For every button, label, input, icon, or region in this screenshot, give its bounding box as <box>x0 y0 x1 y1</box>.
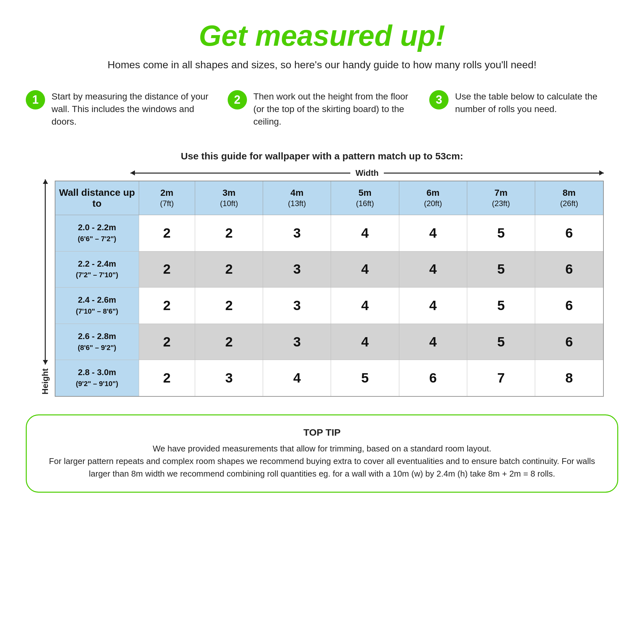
page-subtitle: Homes come in all shapes and sizes, so h… <box>26 59 618 71</box>
cell-4-0: 2 <box>139 360 195 396</box>
step-3: 3 Use the table below to calculate the n… <box>429 90 618 128</box>
tip-line2: For larger pattern repeats and complex r… <box>46 455 598 480</box>
row-label-1: 2.2 - 2.4m(7'2" – 7'10") <box>55 251 139 288</box>
table-col-header-0: 2m (7ft) <box>139 181 195 215</box>
cell-3-0: 2 <box>139 324 195 360</box>
cell-1-0: 2 <box>139 251 195 288</box>
cell-2-0: 2 <box>139 288 195 324</box>
step-1-text: Start by measuring the distance of your … <box>52 90 215 128</box>
steps-container: 1 Start by measuring the distance of you… <box>26 90 618 128</box>
row-label-4: 2.8 - 3.0m(9'2" – 9'10") <box>55 360 139 396</box>
cell-3-5: 5 <box>467 324 535 360</box>
cell-2-6: 6 <box>535 288 603 324</box>
width-arrow: Width <box>130 168 604 178</box>
cell-1-2: 3 <box>263 251 331 288</box>
cell-3-6: 6 <box>535 324 603 360</box>
table-col-header-2: 4m (13ft) <box>263 181 331 215</box>
guide-label: Use this guide for wallpaper with a patt… <box>26 151 618 162</box>
table-col-header-1: 3m (10ft) <box>195 181 263 215</box>
table-col-header-6: 8m (26ft) <box>535 181 603 215</box>
cell-4-1: 3 <box>195 360 263 396</box>
tip-box: TOP TIP We have provided measurements th… <box>26 414 618 493</box>
table-col-header-3: 5m (16ft) <box>331 181 399 215</box>
cell-1-1: 2 <box>195 251 263 288</box>
table-col-header-5: 7m (23ft) <box>467 181 535 215</box>
cell-2-3: 4 <box>331 288 399 324</box>
page-title: Get measured up! <box>26 19 618 52</box>
cell-3-1: 2 <box>195 324 263 360</box>
outer-table-container: Height Wall distance up to 2m (7ft) 3m (… <box>40 179 604 398</box>
cell-4-5: 7 <box>467 360 535 396</box>
cell-1-3: 4 <box>331 251 399 288</box>
table-row-1: 2.2 - 2.4m(7'2" – 7'10")2234456 <box>55 251 603 288</box>
table-header-row-label: Wall distance up to <box>55 181 139 215</box>
table-col-header-4: 6m (20ft) <box>399 181 467 215</box>
cell-4-2: 4 <box>263 360 331 396</box>
cell-1-6: 6 <box>535 251 603 288</box>
cell-0-4: 4 <box>399 215 467 251</box>
cell-3-2: 3 <box>263 324 331 360</box>
table-row-3: 2.6 - 2.8m(8'6" – 9'2")2234456 <box>55 324 603 360</box>
width-arrow-line-left <box>130 173 350 174</box>
rolls-table: Wall distance up to 2m (7ft) 3m (10ft) 4… <box>55 181 604 397</box>
cell-4-6: 8 <box>535 360 603 396</box>
cell-0-5: 5 <box>467 215 535 251</box>
width-label: Width <box>350 168 384 178</box>
step-2-number: 2 <box>228 90 247 109</box>
row-label-3: 2.6 - 2.8m(8'6" – 9'2") <box>55 324 139 360</box>
row-label-0: 2.0 - 2.2m(6'6" – 7'2") <box>55 215 139 251</box>
table-wrapper: Width Height Wall distance up to 2m (7ft… <box>40 168 604 398</box>
cell-4-4: 6 <box>399 360 467 396</box>
cell-0-6: 6 <box>535 215 603 251</box>
height-label: Height <box>40 365 50 398</box>
step-1-number: 1 <box>26 90 45 109</box>
cell-2-2: 3 <box>263 288 331 324</box>
cell-2-4: 4 <box>399 288 467 324</box>
cell-2-1: 2 <box>195 288 263 324</box>
table-row-0: 2.0 - 2.2m(6'6" – 7'2")2234456 <box>55 215 603 251</box>
cell-1-5: 5 <box>467 251 535 288</box>
row-label-2: 2.4 - 2.6m(7'10" – 8'6") <box>55 288 139 324</box>
table-row-4: 2.8 - 3.0m(9'2" – 9'10")2345678 <box>55 360 603 396</box>
step-3-number: 3 <box>429 90 449 109</box>
step-3-text: Use the table below to calculate the num… <box>455 90 618 115</box>
cell-1-4: 4 <box>399 251 467 288</box>
cell-4-3: 5 <box>331 360 399 396</box>
height-arrow-line <box>45 179 46 365</box>
step-1: 1 Start by measuring the distance of you… <box>26 90 215 128</box>
height-arrow-container: Height <box>40 179 50 398</box>
tip-title: TOP TIP <box>46 427 598 438</box>
step-2-text: Then work out the height from the floor … <box>253 90 417 128</box>
cell-0-2: 3 <box>263 215 331 251</box>
table-row-2: 2.4 - 2.6m(7'10" – 8'6")2234456 <box>55 288 603 324</box>
step-2: 2 Then work out the height from the floo… <box>228 90 417 128</box>
cell-3-4: 4 <box>399 324 467 360</box>
cell-2-5: 5 <box>467 288 535 324</box>
cell-0-3: 4 <box>331 215 399 251</box>
cell-0-0: 2 <box>139 215 195 251</box>
width-arrow-row: Width <box>130 168 604 178</box>
table-header-row: Wall distance up to 2m (7ft) 3m (10ft) 4… <box>55 181 603 215</box>
width-arrow-line-right <box>384 173 604 174</box>
cell-0-1: 2 <box>195 215 263 251</box>
cell-3-3: 4 <box>331 324 399 360</box>
tip-line1: We have provided measurements that allow… <box>46 442 598 455</box>
